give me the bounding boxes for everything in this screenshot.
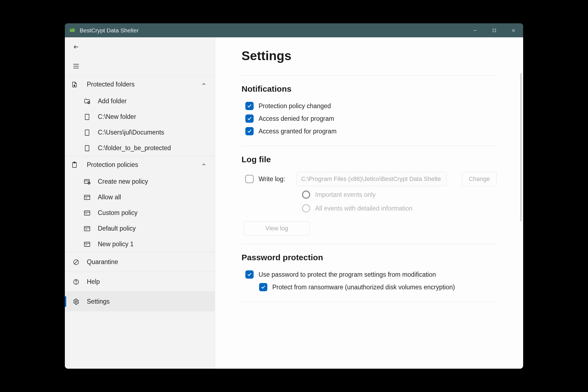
radio-button[interactable] xyxy=(302,191,310,199)
sidebar-item-add-folder[interactable]: Add folder xyxy=(65,93,215,109)
sidebar-section-protected-folders[interactable]: Protected folders xyxy=(65,76,215,93)
window-minimize-button[interactable] xyxy=(465,23,485,37)
clipboard-icon xyxy=(70,162,79,168)
checkbox-label: Access denied for program xyxy=(259,115,334,122)
sidebar-item-settings[interactable]: Settings xyxy=(65,292,215,311)
section-heading-notifications: Notifications xyxy=(242,84,497,94)
sidebar-item-label: New policy 1 xyxy=(98,240,134,248)
policy-icon xyxy=(82,195,92,200)
sidebar-item-label: C:\New folder xyxy=(98,113,136,121)
sidebar-item-policy-custom[interactable]: Custom policy xyxy=(65,205,215,221)
policy-icon xyxy=(82,242,92,247)
folder-add-icon xyxy=(82,98,92,104)
shield-folder-icon xyxy=(70,81,79,88)
scrollbar-thumb[interactable] xyxy=(520,73,522,221)
divider xyxy=(242,244,497,244)
sidebar-item-label: Default policy xyxy=(98,225,136,232)
sidebar-section-protection-policies[interactable]: Protection policies xyxy=(65,156,215,174)
window-close-button[interactable] xyxy=(504,23,523,37)
svg-rect-11 xyxy=(74,85,75,86)
sidebar-item-policy-default[interactable]: Default policy xyxy=(65,221,215,236)
sidebar-section-label: Protection policies xyxy=(87,161,138,169)
chevron-up-icon xyxy=(202,81,206,88)
svg-rect-28 xyxy=(84,211,90,215)
sidebar-item-label: Create new policy xyxy=(98,178,148,185)
checkbox-row-protect-ransomware[interactable]: Protect from ransomware (unauthorized di… xyxy=(242,281,497,293)
sidebar-item-policy-allow-all[interactable]: Allow all xyxy=(65,189,215,205)
sidebar-item-label: C:\folder_to_be_protected xyxy=(98,144,171,152)
checkbox[interactable] xyxy=(259,283,267,291)
svg-point-41 xyxy=(75,301,77,303)
sidebar-item-folder-to-be-protected[interactable]: C:\folder_to_be_protected xyxy=(65,140,215,156)
sidebar-item-label: Allow all xyxy=(98,194,121,201)
svg-rect-16 xyxy=(85,130,89,135)
checkbox-row-access-denied[interactable]: Access denied for program xyxy=(242,112,497,125)
page-title: Settings xyxy=(242,48,497,63)
main-content: Settings Notifications Protection policy… xyxy=(215,37,523,369)
document-icon xyxy=(82,114,92,120)
view-log-button[interactable]: View log xyxy=(244,221,310,236)
radio-label: Important events only xyxy=(315,191,376,198)
svg-line-38 xyxy=(74,260,78,264)
hamburger-menu-button[interactable] xyxy=(71,61,81,71)
svg-point-40 xyxy=(76,283,76,284)
svg-rect-15 xyxy=(85,114,89,120)
sidebar-item-folder-new-folder[interactable]: C:\New folder xyxy=(65,109,215,125)
sidebar-item-create-new-policy[interactable]: Create new policy xyxy=(65,174,215,189)
svg-rect-1 xyxy=(70,28,72,30)
gear-icon xyxy=(71,298,81,305)
radio-all-events[interactable]: All events with detailed information xyxy=(242,201,497,215)
checkbox-write-log[interactable] xyxy=(245,175,254,183)
radio-button[interactable] xyxy=(302,204,310,212)
sidebar-item-folder-documents[interactable]: C:\Users\jul\Documents xyxy=(65,125,215,140)
divider xyxy=(242,75,497,75)
checkbox-label: Access granted for program xyxy=(259,128,337,135)
sidebar-item-policy-new-policy-1[interactable]: New policy 1 xyxy=(65,236,215,252)
window-title: BestCrypt Data Shelter xyxy=(80,27,139,34)
policy-icon xyxy=(82,210,92,216)
svg-rect-34 xyxy=(84,242,90,247)
sidebar-item-label: C:\Users\jul\Documents xyxy=(98,129,164,136)
sidebar-section-label: Protected folders xyxy=(87,81,135,88)
policy-add-icon xyxy=(82,179,92,185)
sidebar-item-help[interactable]: Help xyxy=(65,272,215,292)
divider xyxy=(242,302,497,302)
svg-rect-17 xyxy=(85,145,89,151)
section-heading-password: Password protection xyxy=(242,253,497,262)
app-icon xyxy=(69,27,76,34)
svg-rect-31 xyxy=(84,226,90,231)
checkbox-row-access-granted[interactable]: Access granted for program xyxy=(242,125,497,138)
document-icon xyxy=(82,129,92,136)
window-maximize-button[interactable] xyxy=(485,23,504,37)
sidebar-item-label: Help xyxy=(87,278,100,285)
checkbox[interactable] xyxy=(245,127,254,135)
help-icon xyxy=(71,279,81,285)
checkbox-row-policy-changed[interactable]: Protection policy changed xyxy=(242,100,497,112)
section-heading-logfile: Log file xyxy=(242,155,497,164)
radio-important-events[interactable]: Important events only xyxy=(242,188,497,201)
divider xyxy=(242,146,497,146)
radio-label: All events with detailed information xyxy=(315,205,412,212)
svg-rect-3 xyxy=(493,29,496,32)
checkbox[interactable] xyxy=(245,114,254,123)
checkbox[interactable] xyxy=(245,270,254,279)
checkbox-label: Protection policy changed xyxy=(259,102,331,110)
sidebar-item-label: Add folder xyxy=(98,97,127,105)
write-log-label: Write log: xyxy=(259,175,292,183)
policy-icon xyxy=(82,226,92,231)
checkbox-label: Use password to protect the program sett… xyxy=(259,271,436,278)
checkbox-row-use-password[interactable]: Use password to protect the program sett… xyxy=(242,268,497,281)
checkbox[interactable] xyxy=(245,102,254,110)
back-button[interactable] xyxy=(71,42,81,52)
svg-rect-25 xyxy=(84,195,90,200)
change-log-path-button[interactable]: Change xyxy=(462,172,497,186)
log-path-input[interactable] xyxy=(296,172,446,186)
sidebar-item-quarantine[interactable]: Quarantine xyxy=(65,252,215,272)
sidebar: Protected folders Add folder C:\New fold… xyxy=(65,37,215,369)
document-icon xyxy=(82,145,92,152)
sidebar-item-label: Custom policy xyxy=(98,209,137,217)
titlebar: BestCrypt Data Shelter xyxy=(65,23,523,37)
chevron-up-icon xyxy=(202,161,206,169)
app-window: BestCrypt Data Shelter xyxy=(65,23,523,369)
quarantine-icon xyxy=(71,259,81,265)
